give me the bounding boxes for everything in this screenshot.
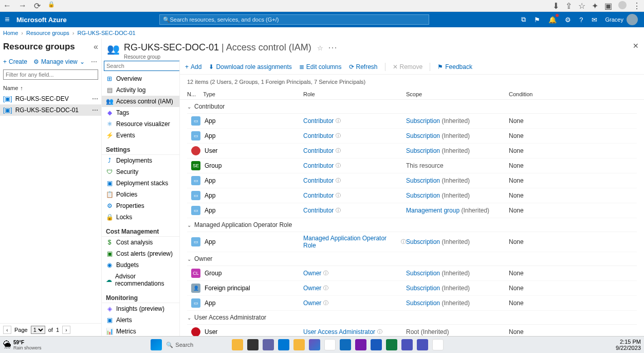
resource-group-item[interactable]: [▣]RG-UKS-SEC-DEV⋯ [0, 93, 101, 104]
taskbar-app-outlook[interactable] [340, 339, 351, 350]
global-search-input[interactable] [170, 16, 426, 23]
more-actions-icon[interactable]: ⋯ [91, 58, 97, 65]
role-link[interactable]: Ownerⓘ [303, 299, 406, 307]
breadcrumb-resource-groups[interactable]: Resource groups [26, 30, 69, 36]
install-icon[interactable]: ⬇ [553, 1, 559, 11]
info-icon[interactable]: ⓘ [401, 238, 406, 245]
col-condition[interactable]: Condition [509, 91, 532, 97]
hamburger-menu-icon[interactable]: ≡ [0, 15, 14, 24]
info-icon[interactable]: ⓘ [323, 285, 328, 292]
scope-link[interactable]: Subscription [406, 238, 440, 245]
role-link[interactable]: Contributorⓘ [303, 117, 406, 125]
azure-brand[interactable]: Microsoft Azure [14, 16, 67, 24]
menu-item-access-control-iam-[interactable]: 👥Access control (IAM) [102, 96, 179, 107]
edit-columns-button[interactable]: ≣Edit columns [299, 63, 342, 70]
col-name[interactable]: N... [187, 91, 196, 97]
info-icon[interactable]: ⓘ [323, 299, 328, 307]
info-icon[interactable]: ⓘ [323, 270, 328, 277]
forward-button[interactable]: → [19, 1, 27, 11]
scope-link[interactable]: Subscription [406, 117, 440, 125]
menu-item-security[interactable]: 🛡Security [102, 166, 179, 178]
taskbar-app-onenote[interactable] [355, 339, 366, 350]
menu-item-metrics[interactable]: 📊Metrics [102, 326, 179, 336]
menu-search-input[interactable] [104, 61, 180, 71]
role-assignment-row[interactable]: SEGroup Contributorⓘ This resource None [187, 158, 637, 173]
close-blade-icon[interactable]: ✕ [633, 42, 639, 50]
role-group-header[interactable]: ⌄Managed Application Operator Role [187, 218, 637, 232]
sort-asc-icon[interactable]: ↑ [20, 85, 23, 91]
item-more-icon[interactable]: ⋯ [92, 107, 98, 114]
taskbar-app-teams2[interactable] [417, 339, 428, 350]
resource-group-item[interactable]: [▣]RG-UKS-SEC-DOC-01⋯ [0, 104, 101, 116]
role-link[interactable]: Ownerⓘ [303, 270, 406, 277]
menu-item-events[interactable]: ⚡Events [102, 130, 179, 141]
extensions-icon[interactable]: ✦ [592, 1, 598, 11]
menu-item-deployment-stacks[interactable]: ▣Deployment stacks [102, 178, 179, 189]
collapse-left-icon[interactable]: « [94, 42, 98, 51]
cloud-shell-icon[interactable]: ⧉ [521, 15, 526, 24]
role-group-header[interactable]: ⌄Owner [187, 252, 637, 266]
favorite-star-icon[interactable]: ☆ [317, 44, 323, 52]
filter-input[interactable] [3, 69, 98, 80]
taskbar-app-chat[interactable] [263, 339, 274, 350]
taskbar-app-files[interactable] [293, 339, 305, 350]
role-group-header[interactable]: ⌄User Access Administrator [187, 311, 637, 325]
info-icon[interactable]: ⓘ [336, 207, 341, 214]
role-assignment-row[interactable]: ▭App Contributorⓘ Subscription (Inherite… [187, 188, 637, 203]
role-link[interactable]: Contributorⓘ [303, 177, 406, 184]
col-scope[interactable]: Scope [406, 91, 422, 97]
info-icon[interactable]: ⓘ [336, 132, 341, 139]
info-icon[interactable]: ⓘ [336, 117, 341, 125]
role-assignment-row[interactable]: ▭App Ownerⓘ Subscription (Inherited) Non… [187, 296, 637, 311]
column-name-header[interactable]: Name [3, 85, 18, 91]
menu-item-properties[interactable]: ⚙Properties [102, 200, 179, 211]
scope-link[interactable]: Subscription [406, 177, 440, 184]
menu-item-insights-preview-[interactable]: ◈Insights (preview) [102, 303, 179, 314]
role-link[interactable]: User Access Administratorⓘ [303, 328, 406, 336]
taskbar-app-word[interactable] [371, 339, 382, 350]
manage-view-button[interactable]: ⚙Manage view ⌄ [33, 58, 85, 65]
add-button[interactable]: +Add [185, 63, 201, 70]
col-role[interactable]: Role [303, 91, 315, 97]
scope-link[interactable]: Subscription [406, 299, 440, 307]
page-select[interactable]: 1 [31, 326, 45, 334]
taskbar-app-excel[interactable] [386, 339, 397, 350]
sidepanel-icon[interactable]: ▣ [604, 1, 612, 11]
weather-widget[interactable]: 🌦 59°F Rain showers [3, 340, 65, 350]
bookmark-icon[interactable]: ☆ [578, 1, 585, 11]
menu-item-resource-visualizer[interactable]: ⚛Resource visualizer [102, 118, 179, 130]
profile-avatar-icon[interactable] [618, 1, 627, 9]
kebab-menu-icon[interactable]: ⋮ [633, 1, 641, 11]
scope-link[interactable]: Subscription [406, 192, 440, 199]
global-search[interactable]: 🔍 [159, 14, 429, 25]
taskbar-app-taskview[interactable] [247, 339, 259, 350]
role-assignment-row[interactable]: ▭App Contributorⓘ Subscription (Inherite… [187, 173, 637, 188]
role-link[interactable]: Contributorⓘ [303, 207, 406, 214]
role-assignment-row[interactable]: User User Access Administratorⓘ Root (In… [187, 325, 637, 336]
scope-link[interactable]: Subscription [406, 270, 440, 277]
role-assignment-row[interactable]: ▭App Contributorⓘ Management group (Inhe… [187, 203, 637, 218]
share-icon[interactable]: ⇪ [565, 1, 572, 11]
help-icon[interactable]: ? [579, 16, 583, 24]
menu-item-overview[interactable]: ⊞Overview [102, 73, 179, 84]
role-assignment-row[interactable]: CLGroup Ownerⓘ Subscription (Inherited) … [187, 266, 637, 281]
info-icon[interactable]: ⓘ [336, 177, 341, 184]
role-link[interactable]: Contributorⓘ [303, 192, 406, 199]
role-assignment-row[interactable]: ▭App Contributorⓘ Subscription (Inherite… [187, 114, 637, 129]
info-icon[interactable]: ⓘ [336, 147, 341, 154]
breadcrumb-home[interactable]: Home [3, 30, 18, 36]
taskbar-clock[interactable]: 2:15 PM 9/22/2023 [616, 339, 641, 351]
menu-item-alerts[interactable]: ▣Alerts [102, 314, 179, 326]
menu-item-advisor-recommendations[interactable]: ☁Advisor recommendations [102, 271, 179, 289]
info-icon[interactable]: ⓘ [377, 328, 382, 336]
taskbar-app-chrome[interactable] [324, 339, 336, 350]
taskbar-app-snip[interactable] [432, 339, 444, 350]
taskbar-search[interactable]: 🔍Search [166, 342, 228, 348]
role-assignment-row[interactable]: ▭App Managed Application Operator Roleⓘ … [187, 232, 637, 252]
menu-item-tags[interactable]: ◆Tags [102, 107, 179, 118]
role-group-header[interactable]: ⌄Contributor [187, 100, 637, 114]
taskbar-app-copilot[interactable] [309, 339, 320, 350]
role-link[interactable]: Managed Application Operator Roleⓘ [303, 235, 406, 249]
create-button[interactable]: +Create [3, 58, 27, 65]
role-link[interactable]: Contributorⓘ [303, 132, 406, 139]
